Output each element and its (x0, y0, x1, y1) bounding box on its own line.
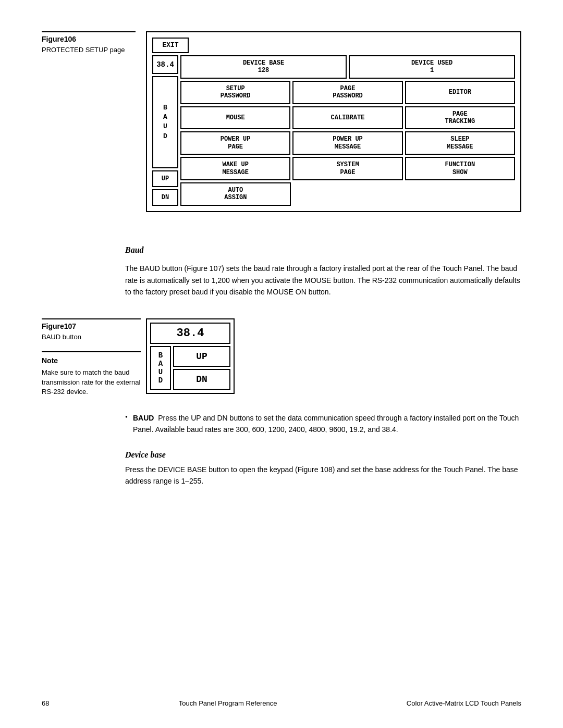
device-base-section: Device base Press the DEVICE BASE button… (125, 450, 521, 487)
panel-row-5: WAKE UPMESSAGE SYSTEMPAGE FUNCTIONSHOW (180, 157, 515, 180)
baud-panel-value: 38.4 (150, 323, 230, 344)
figure106-label: Figure106 (42, 31, 136, 43)
wake-up-message-button[interactable]: WAKE UPMESSAGE (180, 157, 290, 180)
function-show-button[interactable]: FUNCTIONSHOW (405, 157, 515, 180)
panel-buttons-grid: DEVICE BASE128 DEVICE USED1 SETUPPASSWOR… (180, 55, 515, 206)
footer-right: Color Active-Matrix LCD Touch Panels (407, 699, 521, 707)
figure107-label: Figure107 (42, 318, 141, 330)
figure107-panel: 38.4 BAUD UP DN (146, 318, 235, 394)
device-base-text: Press the DEVICE BASE button to open the… (125, 464, 521, 487)
page-password-button[interactable]: PAGEPASSWORD (292, 81, 402, 104)
baud-letters-box: BAUD (152, 76, 178, 168)
note-text: Make sure to match the baud transmission… (42, 368, 141, 397)
figure106-label-col: Figure106 PROTECTED SETUP page (42, 31, 146, 54)
baud-dn-button[interactable]: DN (152, 189, 178, 206)
footer: 68 Touch Panel Program Reference Color A… (42, 699, 521, 707)
figure107-section: Figure107 BAUD button Note Make sure to … (42, 318, 521, 397)
auto-assign-button[interactable]: AUTOASSIGN (180, 182, 291, 206)
exit-row: EXIT (152, 38, 515, 53)
device-base-heading: Device base (125, 450, 521, 460)
bullet-text: BAUD Press the UP and DN buttons to set … (133, 412, 521, 436)
baud-heading: Baud (125, 243, 521, 257)
baud-up-button[interactable]: UP (152, 170, 178, 187)
baud-body-text: The BAUD button (Figure 107) sets the ba… (125, 263, 521, 298)
baud-panel-inner: BAUD UP DN (150, 346, 230, 390)
footer-center: Touch Panel Program Reference (179, 699, 277, 707)
figure106-panel: EXIT 38.4 BAUD UP DN DEVICE BASE128 DEVI… (146, 31, 521, 212)
panel-row-2: SETUPPASSWORD PAGEPASSWORD EDITOR (180, 81, 515, 104)
baud-column: 38.4 BAUD UP DN (152, 55, 178, 206)
note-title: Note (42, 356, 141, 365)
figure106-section: Figure106 PROTECTED SETUP page EXIT 38.4… (42, 31, 521, 212)
baud-up-btn[interactable]: UP (173, 346, 230, 367)
panel-row-1: DEVICE BASE128 DEVICE USED1 (180, 55, 515, 79)
figure107-caption: BAUD button (42, 333, 141, 341)
bullet-body: Press the UP and DN buttons to set the d… (133, 414, 519, 434)
figure106-caption: PROTECTED SETUP page (42, 46, 136, 54)
bullet-section: • BAUD Press the UP and DN buttons to se… (125, 412, 521, 440)
footer-page-number: 68 (42, 699, 49, 707)
power-up-page-button[interactable]: POWER UPPAGE (180, 131, 290, 155)
device-used-button[interactable]: DEVICE USED1 (349, 55, 515, 79)
setup-password-button[interactable]: SETUPPASSWORD (180, 81, 290, 104)
baud-heading-wrapper: Baud The BAUD button (Figure 107) sets t… (125, 243, 521, 298)
baud-value-box[interactable]: 38.4 (152, 55, 178, 74)
calibrate-button[interactable]: CALIBRATE (292, 106, 402, 130)
panel-row-4: POWER UPPAGE POWER UPMESSAGE SLEEPMESSAG… (180, 131, 515, 155)
baud-text-section: Baud The BAUD button (Figure 107) sets t… (42, 243, 521, 298)
page-tracking-button[interactable]: PAGETRACKING (405, 106, 515, 130)
power-up-message-button[interactable]: POWER UPMESSAGE (292, 131, 402, 155)
system-page-button[interactable]: SYSTEMPAGE (292, 157, 402, 180)
bullet-label: BAUD (133, 414, 154, 422)
device-base-button[interactable]: DEVICE BASE128 (180, 55, 347, 79)
panel-row-6: AUTOASSIGN (180, 182, 515, 206)
baud-panel-btns: UP DN (173, 346, 230, 390)
panel-row-3: MOUSE CALIBRATE PAGETRACKING (180, 106, 515, 130)
exit-button[interactable]: EXIT (152, 38, 189, 53)
mouse-button[interactable]: MOUSE (180, 106, 290, 130)
bullet-item: • BAUD Press the UP and DN buttons to se… (125, 412, 521, 436)
figure107-label-col: Figure107 BAUD button Note Make sure to … (42, 318, 146, 397)
baud-dn-btn[interactable]: DN (173, 369, 230, 390)
baud-panel-label: BAUD (150, 346, 171, 390)
panel-main-content: 38.4 BAUD UP DN DEVICE BASE128 DEVICE US… (152, 55, 515, 206)
note-box: Note Make sure to match the baud transmi… (42, 351, 141, 397)
sleep-message-button[interactable]: SLEEPMESSAGE (405, 131, 515, 155)
bullet-dot: • (125, 413, 128, 436)
editor-button[interactable]: EDITOR (405, 81, 515, 104)
